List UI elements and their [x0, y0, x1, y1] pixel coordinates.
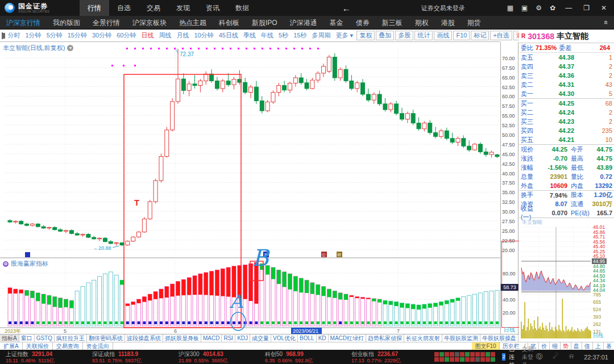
settings-gear-icon[interactable]: ⚙: [536, 4, 542, 12]
restore-button[interactable]: ❐: [582, 4, 591, 12]
period-30分钟[interactable]: 30分钟: [90, 31, 114, 40]
nav-item-期权[interactable]: 期权: [409, 16, 435, 30]
skin-theme-icon[interactable]: ✿: [550, 4, 555, 12]
right-tab-基[interactable]: 基: [603, 342, 614, 350]
nav-item-沪深京板块[interactable]: 沪深京板块: [126, 16, 173, 30]
indicator-tab-疯狂拉升王[interactable]: 疯狂拉升王: [55, 334, 87, 342]
nav-item-期货[interactable]: 期货: [461, 16, 487, 30]
indicator-tab-窗口[interactable]: 窗口: [19, 334, 35, 342]
period-多周期[interactable]: 多周期: [309, 31, 333, 40]
tool-标记[interactable]: 标记: [471, 31, 489, 40]
main-chart-canvas[interactable]: B公研2023年562023/06/217TBA72.37←20.88: [0, 42, 500, 334]
nav-item-热点主题[interactable]: 热点主题: [173, 16, 213, 30]
period-15秒[interactable]: 15秒: [291, 31, 309, 40]
nav-item-新股IPO[interactable]: 新股IPO: [246, 16, 284, 30]
tool-叠加[interactable]: 叠加: [376, 31, 394, 40]
menu-item-发现[interactable]: 发现: [168, 0, 198, 16]
indicator-tab-RSI[interactable]: RSI: [222, 334, 235, 342]
tool-画线[interactable]: 画线: [434, 31, 452, 40]
right-tab-上[interactable]: 上: [592, 342, 603, 350]
minimize-button[interactable]: —: [563, 4, 574, 12]
indicator-tab-成交量[interactable]: 成交量: [250, 334, 271, 342]
indicator-tab-)[interactable]: ): [518, 334, 519, 342]
nav-item-全景行情[interactable]: 全景行情: [86, 16, 126, 30]
period-周线[interactable]: 周线: [156, 31, 174, 40]
period-5秒[interactable]: 5秒: [276, 31, 291, 40]
indicator-tab-牛股妖股操盘[interactable]: 牛股妖股操盘: [480, 334, 518, 342]
intraday-mini-chart[interactable]: 丰立智能46.0145.8645.7145.5645.4045.2545.104…: [519, 217, 614, 348]
screenshot-icon[interactable]: ▣: [521, 4, 528, 12]
period-分时[interactable]: 分时: [5, 31, 23, 40]
menu-item-数据[interactable]: 数据: [227, 0, 257, 16]
period-45日线[interactable]: 45日线: [216, 31, 240, 40]
right-tab-价[interactable]: 价: [538, 342, 549, 350]
nav-item-沪深港通[interactable]: 沪深港通: [284, 16, 323, 30]
back-arrow-icon[interactable]: ←: [342, 3, 351, 13]
layout-toggle-icon[interactable]: [2, 32, 3, 39]
chart-region[interactable]: B公研2023年562023/06/217TBA72.37←20.88 丰立智能…: [0, 42, 500, 334]
menu-item-自选[interactable]: 自选: [109, 0, 139, 16]
indicator-tab-长征火箭发射[interactable]: 长征火箭发射: [404, 334, 442, 342]
tab-关联报价[interactable]: 关联报价: [23, 342, 53, 350]
nav-item-港股[interactable]: 港股: [435, 16, 461, 30]
nav-item-我的版面[interactable]: 我的版面: [47, 16, 86, 30]
chevron-down-icon[interactable]: ▾: [67, 45, 73, 51]
tab-交易查询[interactable]: 交易查询: [53, 342, 83, 350]
message-icon[interactable]: Ⓠ: [536, 352, 542, 362]
period-60分钟[interactable]: 60分钟: [114, 31, 139, 40]
tool-复权[interactable]: 复权: [356, 31, 375, 40]
indicator-tab-抓妖股显身板[interactable]: 抓妖股显身板: [163, 334, 201, 342]
f10-chip[interactable]: 图文F10: [472, 342, 499, 350]
right-tab-势[interactable]: 势: [560, 342, 571, 350]
right-tab-值[interactable]: 值: [582, 342, 592, 350]
menu-item-交易[interactable]: 交易: [139, 0, 168, 16]
tool-统计[interactable]: 统计: [414, 31, 433, 40]
tool-F10[interactable]: F10: [453, 31, 470, 40]
indicator-tab-趋势私家侦探[interactable]: 趋势私家侦探: [366, 334, 404, 342]
close-button[interactable]: ✕: [599, 4, 608, 12]
index-block-创业板指[interactable]: 创业板指2236.6717.130.77%2329亿: [346, 351, 432, 363]
tab-扩展A[interactable]: 扩展A: [0, 342, 23, 350]
period-月线[interactable]: 月线: [174, 31, 192, 40]
apps-grid-icon[interactable]: ▦: [507, 4, 513, 12]
period-15分钟[interactable]: 15分钟: [65, 31, 89, 40]
tab-资金流向[interactable]: 资金流向: [83, 342, 113, 350]
period-年线[interactable]: 年线: [259, 31, 276, 40]
nav-item-债券[interactable]: 债券: [350, 16, 376, 30]
index-block-深证成指[interactable]: 深证成指11183.983.510.75%5937亿: [86, 351, 173, 363]
menu-item-行情[interactable]: 行情: [80, 0, 109, 16]
right-tab-盘[interactable]: 盘: [571, 342, 582, 350]
satellite-icon[interactable]: ☄: [553, 352, 559, 362]
nav-item-新三板[interactable]: 新三板: [376, 16, 409, 30]
nav-item-基金[interactable]: 基金: [323, 16, 350, 30]
index-block-科创50[interactable]: 科创50968.996.350.66%592.8亿: [259, 351, 346, 363]
tool-+自选[interactable]: +自选: [490, 31, 512, 40]
tool-多股[interactable]: 多股: [395, 31, 413, 40]
index-block-上证指数[interactable]: 上证指数3291.0415.110.46%5115亿: [0, 351, 86, 363]
nav-item-科创板[interactable]: 科创板: [213, 16, 246, 30]
indicator-tab-MACD红绿灯[interactable]: MACD红绿灯: [329, 334, 366, 342]
period-10分钟[interactable]: 10分钟: [192, 31, 216, 40]
period-5分钟[interactable]: 5分钟: [44, 31, 65, 40]
right-tab-细[interactable]: 细: [549, 342, 560, 350]
period-更多 ▾[interactable]: 更多 ▾: [333, 31, 356, 40]
indicator-tab-GSTQ[interactable]: GSTQ: [35, 334, 55, 342]
indicator-tab-波段操盘系统[interactable]: 波段操盘系统: [125, 334, 163, 342]
indicator-tab-MACD[interactable]: MACD: [201, 334, 222, 342]
indicator-tab-KDJ[interactable]: KDJ: [235, 334, 250, 342]
market-heatmap[interactable]: [434, 352, 495, 362]
period-日线[interactable]: 日线: [139, 31, 156, 40]
collapse-panel-icon[interactable]: «: [602, 20, 611, 24]
indicator-tab-KD[interactable]: KD: [317, 334, 329, 342]
indicator-tab-VOL优化[interactable]: VOL优化: [271, 334, 298, 342]
menu-item-资讯[interactable]: 资讯: [198, 0, 227, 16]
indicator-tab-牛股妖股监测[interactable]: 牛股妖股监测: [442, 334, 480, 342]
period-季线[interactable]: 季线: [241, 31, 259, 40]
indicator-tab-指标A[interactable]: 指标A: [0, 334, 19, 342]
indicator-tab-BOLL[interactable]: BOLL: [298, 334, 317, 342]
bell-icon[interactable]: ⍾: [569, 352, 574, 362]
nav-item-沪深京行情[interactable]: 沪深京行情: [0, 16, 47, 30]
indicator-tab-翻倍密码系统[interactable]: 翻倍密码系统: [87, 334, 125, 342]
period-1分钟[interactable]: 1分钟: [23, 31, 44, 40]
index-block-沪深300[interactable]: 沪深3004014.6321.890.55%3665亿: [173, 351, 259, 363]
